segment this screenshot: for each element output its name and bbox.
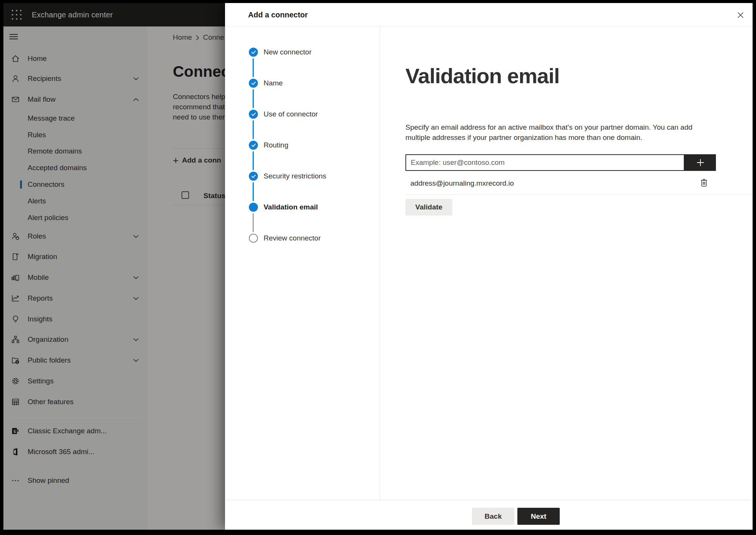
validate-button[interactable]: Validate (405, 199, 452, 216)
app-window: Exchange admin center Home Recipients Ma… (3, 3, 753, 530)
step-completed-icon (249, 79, 258, 88)
validation-email-input[interactable] (405, 154, 685, 171)
step-name[interactable]: Name (225, 76, 380, 90)
step-upcoming-icon (249, 234, 258, 243)
add-email-button[interactable] (685, 154, 716, 171)
step-validation-email[interactable]: Validation email (225, 200, 380, 214)
step-current-icon (249, 203, 258, 212)
close-icon[interactable] (735, 10, 746, 20)
modal-header: Add a connector (225, 3, 753, 27)
added-email-address: address@journaling.mxrecord.io (410, 179, 514, 188)
back-button[interactable]: Back (472, 508, 514, 525)
step-review-connector[interactable]: Review connector (225, 231, 380, 245)
step-new-connector[interactable]: New connector (225, 45, 380, 59)
modal-title: Add a connector (248, 3, 308, 26)
wizard-step-description: Specify an email address for an active m… (405, 122, 706, 143)
step-completed-icon (249, 48, 258, 57)
add-connector-modal: Add a connector New connector Name Use o… (225, 3, 753, 530)
step-routing[interactable]: Routing (225, 138, 380, 152)
wizard-steps-panel: New connector Name Use of connector Rout… (225, 27, 380, 500)
step-security-restrictions[interactable]: Security restrictions (225, 169, 380, 183)
step-completed-icon (249, 172, 258, 181)
delete-email-trash-icon[interactable] (697, 175, 711, 189)
step-use-of-connector[interactable]: Use of connector (225, 107, 380, 121)
modal-footer: Back Next (225, 500, 753, 530)
wizard-step-heading: Validation email (405, 64, 559, 88)
step-completed-icon (249, 110, 258, 119)
next-button[interactable]: Next (517, 508, 560, 525)
step-completed-icon (249, 141, 258, 150)
email-list-divider (405, 194, 751, 195)
